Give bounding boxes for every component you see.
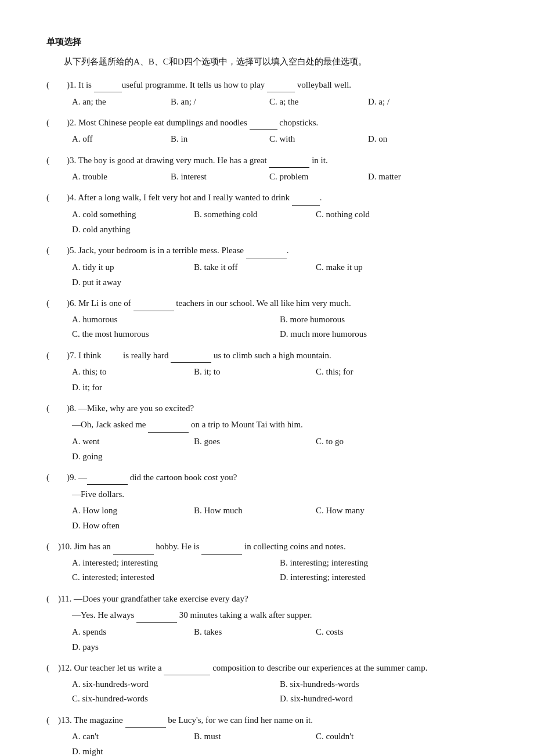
q7-paren: ( ) — [46, 348, 70, 363]
q5-text: 5. Jack, your bedroom is in a terrible m… — [70, 243, 488, 258]
q10-optA: A. interested; interesting — [72, 556, 280, 571]
instruction: 从下列各题所给的A、B、C和D四个选项中，选择可以填入空白处的最佳选项。 — [46, 55, 488, 70]
q9-optC: C. How many — [316, 503, 432, 518]
q4-text: 4. After a long walk, I felt very hot an… — [70, 190, 488, 205]
q2-optC: C. with — [269, 131, 362, 146]
q13-optC: C. couldn't — [316, 729, 432, 744]
q12-optB: B. six-hundreds-words — [280, 677, 488, 692]
q11-optB: B. takes — [194, 624, 310, 639]
q9-paren: ( ) — [46, 470, 70, 485]
q8-optD: D. going — [72, 449, 188, 464]
q4-optB: B. something cold — [194, 207, 310, 222]
q5-optB: B. take it off — [194, 260, 310, 275]
q3-text: 3. The boy is good at drawing very much.… — [70, 153, 488, 168]
q10-optB: B. interesting; interesting — [280, 556, 488, 571]
q7-text: 7. I think is really hard us to climb su… — [70, 348, 488, 363]
q2-text: 2. Most Chinese people eat dumplings and… — [70, 115, 488, 130]
q9-dialog-a: —Five dollars. — [46, 487, 488, 502]
q5-paren: ( ) — [46, 243, 70, 258]
q13-text: 13. The magazine be Lucy's, for we can f… — [61, 712, 488, 728]
q8-dialog-q: 8. —Mike, why are you so excited? — [70, 401, 488, 416]
q13-paren: ( ) — [46, 713, 61, 728]
q12-optA: A. six-hundreds-word — [72, 677, 280, 692]
q3-optA: A. trouble — [72, 169, 165, 184]
question-12: ( ) 12. Our teacher let us write a compo… — [46, 660, 488, 707]
q9-optD: D. How often — [72, 518, 188, 533]
q8-dialog-a: —Oh, Jack asked me on a trip to Mount Ta… — [46, 417, 488, 432]
q6-text: 6. Mr Li is one of teachers in our schoo… — [70, 296, 488, 311]
q1-optB: B. an; / — [171, 94, 264, 109]
q3-optC: C. problem — [269, 169, 362, 184]
q10-optD: D. interesting; interested — [280, 570, 488, 585]
q11-optC: C. costs — [316, 624, 432, 639]
q5-optD: D. put it away — [72, 275, 188, 290]
q2-paren: ( ) — [46, 116, 70, 131]
question-7: ( ) 7. I think is really hard us to clim… — [46, 348, 488, 395]
q8-optA: A. went — [72, 434, 188, 449]
question-8: ( ) 8. —Mike, why are you so excited? —O… — [46, 401, 488, 464]
q2-optD: D. on — [368, 131, 461, 146]
q4-optC: C. nothing cold — [316, 207, 432, 222]
q12-paren: ( ) — [46, 661, 61, 676]
question-5: ( ) 5. Jack, your bedroom is in a terrib… — [46, 243, 488, 290]
q11-optA: A. spends — [72, 624, 188, 639]
q13-optD: D. might — [72, 744, 188, 756]
q7-optC: C. this; for — [316, 364, 432, 379]
q9-dialog-q: 9. — did the cartoon book cost you? — [70, 470, 488, 485]
q8-paren: ( ) — [46, 401, 70, 416]
question-3: ( ) 3. The boy is good at drawing very m… — [46, 153, 488, 185]
q8-optB: B. goes — [194, 434, 310, 449]
q11-dialog-q: 11. —Does your grandfather take exercise… — [61, 591, 488, 606]
q6-paren: ( ) — [46, 296, 70, 311]
q6-optB: B. more humorous — [280, 312, 488, 327]
q13-optB: B. must — [194, 729, 310, 744]
q5-optA: A. tidy it up — [72, 260, 188, 275]
q3-optD: D. matter — [368, 169, 461, 184]
question-9: ( ) 9. — did the cartoon book cost you? … — [46, 470, 488, 533]
section-title: 单项选择 — [46, 35, 488, 50]
q3-paren: ( ) — [46, 153, 70, 168]
question-1: ( ) 1. It is useful programme. It tells … — [46, 77, 488, 109]
q1-optD: D. a; / — [368, 94, 461, 109]
q2-optB: B. in — [171, 131, 264, 146]
q1-paren: ( ) — [46, 78, 70, 93]
question-13: ( ) 13. The magazine be Lucy's, for we c… — [46, 712, 488, 757]
question-6: ( ) 6. Mr Li is one of teachers in our s… — [46, 296, 488, 342]
q1-text: 1. It is useful programme. It tells us h… — [70, 77, 488, 92]
question-2: ( ) 2. Most Chinese people eat dumplings… — [46, 115, 488, 147]
q12-optD: D. six-hundred-word — [280, 692, 488, 707]
q11-paren: ( ) — [46, 592, 61, 607]
q7-optA: A. this; to — [72, 364, 188, 379]
q10-paren: ( ) — [46, 539, 61, 555]
q10-text: 10. Jim has an hobby. He is in collectin… — [61, 539, 488, 554]
q13-optA: A. can't — [72, 729, 188, 744]
q3-optB: B. interest — [171, 169, 264, 184]
q7-optB: B. it; to — [194, 364, 310, 379]
q11-dialog-a: —Yes. He always 30 minutes taking a walk… — [46, 607, 488, 622]
q6-optD: D. much more humorous — [280, 327, 488, 342]
q8-optC: C. to go — [316, 434, 432, 449]
q1-optA: A. an; the — [72, 94, 165, 109]
question-10: ( ) 10. Jim has an hobby. He is in colle… — [46, 539, 488, 585]
q1-optC: C. a; the — [269, 94, 362, 109]
q7-optD: D. it; for — [72, 380, 188, 395]
q2-optA: A. off — [72, 131, 165, 146]
question-11: ( ) 11. —Does your grandfather take exer… — [46, 591, 488, 654]
q12-text: 12. Our teacher let us write a compositi… — [61, 660, 488, 675]
q10-optC: C. interested; interested — [72, 570, 280, 585]
q6-optA: A. humorous — [72, 312, 280, 327]
question-4: ( ) 4. After a long walk, I felt very ho… — [46, 190, 488, 237]
q6-optC: C. the most humorous — [72, 327, 280, 342]
q5-optC: C. make it up — [316, 260, 432, 275]
q4-paren: ( ) — [46, 190, 70, 206]
q4-optD: D. cold anything — [72, 222, 188, 237]
q11-optD: D. pays — [72, 639, 188, 654]
q12-optC: C. six-hundred-words — [72, 692, 280, 707]
q9-optB: B. How much — [194, 503, 310, 518]
q9-optA: A. How long — [72, 503, 188, 518]
q4-optA: A. cold something — [72, 207, 188, 222]
